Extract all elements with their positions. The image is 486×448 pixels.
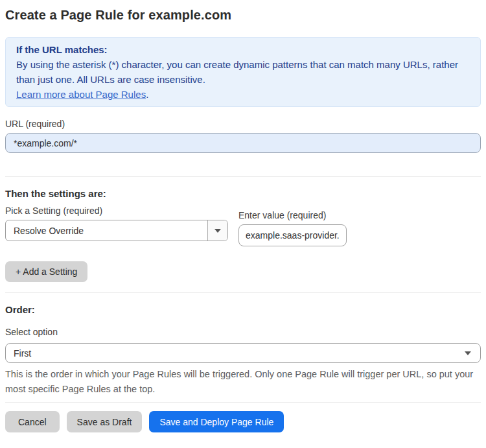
save-deploy-button[interactable]: Save and Deploy Page Rule [149, 411, 284, 432]
url-input[interactable] [5, 133, 481, 153]
info-box-heading: If the URL matches: [16, 42, 470, 57]
setting-select[interactable]: Resolve Override [5, 220, 228, 241]
order-section-heading: Order: [5, 304, 481, 315]
learn-more-link[interactable]: Learn more about Page Rules [16, 89, 146, 100]
setting-column: Pick a Setting (required) Resolve Overri… [5, 206, 228, 246]
chevron-down-icon [214, 229, 221, 233]
info-box-body: By using the asterisk (*) character, you… [16, 57, 470, 87]
divider [5, 292, 481, 293]
url-label: URL (required) [5, 119, 481, 129]
link-period: . [146, 89, 148, 100]
chevron-down-icon [465, 351, 471, 355]
setting-value-input[interactable] [238, 224, 347, 246]
setting-select-arrow-box[interactable] [207, 220, 227, 241]
value-column: Enter value (required) [238, 206, 347, 246]
settings-row: Pick a Setting (required) Resolve Overri… [5, 206, 481, 246]
order-select-value: First [14, 348, 31, 359]
save-draft-button[interactable]: Save as Draft [67, 411, 143, 432]
add-setting-button[interactable]: + Add a Setting [5, 261, 87, 282]
url-match-info-box: If the URL matches: By using the asteris… [5, 37, 481, 107]
order-help-text: This is the order in which your Page Rul… [5, 367, 481, 397]
order-select-label: Select option [5, 327, 481, 337]
page-rule-form: Create a Page Rule for example.com If th… [0, 0, 486, 432]
cancel-button[interactable]: Cancel [5, 411, 60, 432]
setting-select-value: Resolve Override [14, 226, 84, 236]
order-select[interactable]: First [5, 343, 481, 363]
settings-section-heading: Then the settings are: [5, 188, 481, 199]
setting-select-label: Pick a Setting (required) [5, 206, 228, 216]
setting-value-label: Enter value (required) [238, 210, 347, 220]
divider [5, 402, 481, 403]
page-title: Create a Page Rule for example.com [5, 8, 481, 23]
divider [5, 176, 481, 177]
info-box-link-line: Learn more about Page Rules. [16, 87, 470, 102]
action-buttons: Cancel Save as Draft Save and Deploy Pag… [5, 411, 481, 432]
